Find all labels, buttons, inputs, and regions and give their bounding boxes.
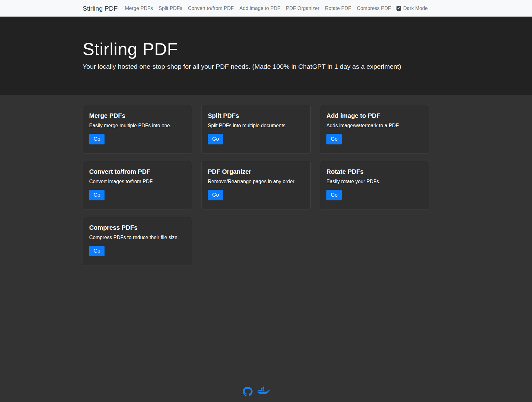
go-button-convert-pdf[interactable]: Go [89, 190, 105, 200]
card-title: Merge PDFs [89, 112, 186, 119]
dark-mode-toggle[interactable]: ✓ Dark Mode [396, 6, 428, 11]
card-description: Compress PDFs to reduce their file size. [89, 235, 186, 240]
card-title: Compress PDFs [89, 224, 186, 231]
feature-grid: Merge PDFs Easily merge multiple PDFs in… [83, 105, 430, 265]
navbar: Stirling PDF Merge PDFs Split PDFs Conve… [0, 0, 532, 17]
card-compress-pdfs: Compress PDFs Compress PDFs to reduce th… [83, 217, 192, 265]
nav-link-split-pdfs[interactable]: Split PDFs [156, 6, 185, 11]
docker-link[interactable] [257, 386, 270, 398]
hero-subtitle: Your locally hosted one-stop-shop for al… [83, 63, 430, 70]
card-description: Adds image/watermark to a PDF [326, 123, 423, 128]
nav-link-merge-pdfs[interactable]: Merge PDFs [122, 6, 156, 11]
dark-mode-checkbox[interactable]: ✓ [396, 6, 401, 11]
navbar-inner: Stirling PDF Merge PDFs Split PDFs Conve… [83, 5, 430, 12]
dark-mode-label: Dark Mode [403, 6, 428, 11]
checkmark-icon: ✓ [397, 7, 400, 10]
github-link[interactable] [243, 387, 253, 398]
card-rotate-pdfs: Rotate PDFs Easily rotate your PDFs. Go [320, 161, 429, 209]
card-title: Rotate PDFs [326, 168, 423, 175]
github-icon [243, 387, 253, 398]
card-description: Easily rotate your PDFs. [326, 179, 423, 184]
card-description: Remove/Rearrange pages in any order [208, 179, 304, 184]
card-add-image-to-pdf: Add image to PDF Adds image/watermark to… [320, 105, 429, 153]
card-title: PDF Organizer [208, 168, 304, 175]
nav-link-convert-pdf[interactable]: Convert to/from PDF [185, 6, 237, 11]
page-title: Stirling PDF [83, 39, 430, 59]
card-title: Add image to PDF [326, 112, 423, 119]
docker-icon [257, 386, 270, 398]
footer [243, 386, 270, 398]
nav-link-pdf-organizer[interactable]: PDF Organizer [283, 6, 322, 11]
nav-link-add-image[interactable]: Add image to PDF [237, 6, 283, 11]
nav-link-rotate-pdf[interactable]: Rotate PDF [322, 6, 354, 11]
go-button-pdf-organizer[interactable]: Go [208, 190, 223, 200]
card-description: Convert images to/from PDF. [89, 179, 186, 184]
go-button-rotate-pdfs[interactable]: Go [326, 190, 342, 200]
go-button-add-image[interactable]: Go [326, 134, 342, 144]
card-split-pdfs: Split PDFs Split PDFs into multiple docu… [201, 105, 311, 153]
nav-link-compress-pdf[interactable]: Compress PDF [354, 6, 394, 11]
go-button-compress-pdfs[interactable]: Go [89, 246, 105, 256]
navbar-links: Merge PDFs Split PDFs Convert to/from PD… [122, 6, 394, 11]
card-description: Easily merge multiple PDFs into one. [89, 123, 186, 128]
navbar-brand[interactable]: Stirling PDF [83, 5, 118, 12]
go-button-merge-pdfs[interactable]: Go [89, 134, 105, 144]
card-convert-pdf: Convert to/from PDF Convert images to/fr… [83, 161, 192, 209]
card-pdf-organizer: PDF Organizer Remove/Rearrange pages in … [201, 161, 311, 209]
card-description: Split PDFs into multiple documents [208, 123, 304, 128]
card-title: Split PDFs [208, 112, 304, 119]
card-merge-pdfs: Merge PDFs Easily merge multiple PDFs in… [83, 105, 192, 153]
card-title: Convert to/from PDF [89, 168, 186, 175]
go-button-split-pdfs[interactable]: Go [208, 134, 223, 144]
hero-banner: Stirling PDF Your locally hosted one-sto… [0, 17, 532, 95]
